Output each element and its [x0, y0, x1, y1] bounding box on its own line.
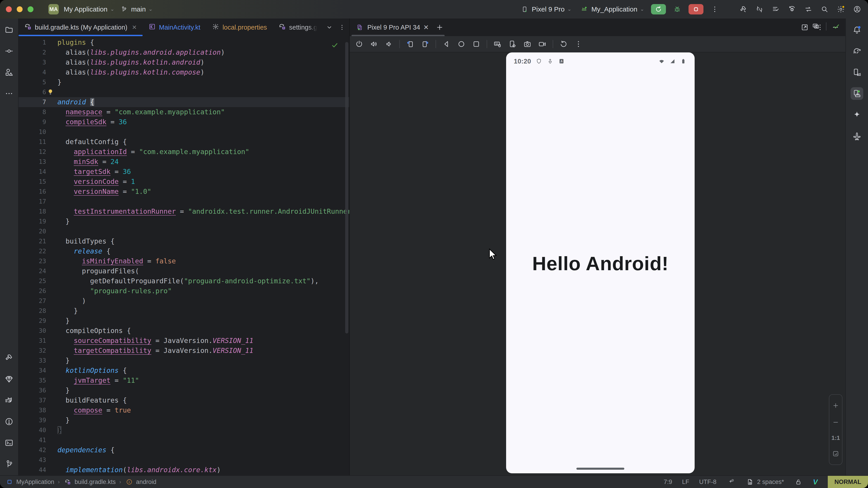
- version-branch-icon[interactable]: [3, 458, 16, 470]
- code-line-35[interactable]: 35 jvmTarget = "11": [19, 376, 349, 385]
- back-icon[interactable]: [442, 39, 451, 48]
- ui-check-icon[interactable]: [811, 22, 820, 31]
- vcs-branch-widget[interactable]: main ⌄: [119, 5, 153, 14]
- vim-mode-badge[interactable]: NORMAL: [828, 476, 868, 488]
- minimize-window-button[interactable]: [17, 6, 23, 12]
- more-horizontal-icon[interactable]: [3, 87, 16, 100]
- editor-scrollbar[interactable]: [345, 42, 348, 333]
- line-number[interactable]: 28: [19, 306, 46, 316]
- notifications-bell-icon[interactable]: [850, 24, 863, 36]
- code-line-29[interactable]: 29 }: [19, 316, 349, 326]
- editor-tab-settings.g[interactable]: Ksettings.g: [273, 19, 323, 36]
- line-number[interactable]: 15: [19, 177, 46, 187]
- signal-icon[interactable]: [668, 57, 677, 66]
- line-number[interactable]: 43: [19, 455, 46, 465]
- code-line-16[interactable]: 16 versionName = "1.0": [19, 187, 349, 197]
- breadcrumb-MyApplication[interactable]: MyApplication: [5, 477, 54, 486]
- line-number[interactable]: 18: [19, 206, 46, 217]
- line-separator-widget[interactable]: LF: [682, 479, 689, 486]
- running-devices-icon[interactable]: [850, 87, 863, 100]
- code-line-5[interactable]: 5}: [19, 77, 349, 87]
- line-number[interactable]: 23: [19, 256, 46, 266]
- editor-tab-MainActivity.kt[interactable]: MainActivity.kt: [143, 19, 206, 36]
- code-line-26[interactable]: 26 "proguard-rules.pro": [19, 286, 349, 296]
- line-number[interactable]: 40: [19, 425, 46, 435]
- code-line-14[interactable]: 14 targetSdk = 36: [19, 167, 349, 177]
- problems-icon[interactable]: [3, 415, 16, 428]
- home-icon[interactable]: [457, 39, 466, 48]
- code-line-40[interactable]: 40}: [19, 425, 349, 435]
- code-line-43[interactable]: 43: [19, 455, 349, 465]
- line-number[interactable]: 34: [19, 365, 46, 376]
- line-number[interactable]: 44: [19, 465, 46, 475]
- code-line-33[interactable]: 33 }: [19, 356, 349, 365]
- code-line-39[interactable]: 39 }: [19, 415, 349, 425]
- overview-icon[interactable]: [472, 39, 481, 48]
- code-line-12[interactable]: 12 applicationId = "com.example.myapplic…: [19, 147, 349, 157]
- virtual-controls-icon[interactable]: [493, 39, 502, 48]
- breadcrumb-android[interactable]: λandroid: [125, 477, 156, 486]
- code-editor[interactable]: 1plugins {2 alias(libs.plugins.android.a…: [19, 37, 349, 476]
- zoom-actual-size-button[interactable]: 1:1: [831, 434, 840, 442]
- device-settings-icon[interactable]: [508, 39, 517, 48]
- line-number[interactable]: 30: [19, 326, 46, 336]
- code-line-25[interactable]: 25 getDefaultProguardFile("proguard-andr…: [19, 276, 349, 286]
- volume-up-icon[interactable]: [370, 39, 379, 48]
- check-green-icon[interactable]: [832, 22, 841, 31]
- code-line-9[interactable]: 9 compileSdk = 36: [19, 117, 349, 127]
- gradle-elephant-icon[interactable]: [850, 45, 863, 57]
- line-number[interactable]: 25: [19, 276, 46, 286]
- logcat-cat-icon[interactable]: [3, 394, 16, 407]
- code-line-36[interactable]: 36 }: [19, 385, 349, 395]
- code-line-13[interactable]: 13 minSdk = 24: [19, 157, 349, 167]
- ai-assistant-off-icon[interactable]: [726, 477, 736, 486]
- gemini-gem-icon[interactable]: [3, 373, 16, 385]
- readonly-unlock-icon[interactable]: [794, 477, 803, 486]
- line-number[interactable]: 31: [19, 336, 46, 346]
- code-line-30[interactable]: 30 compileOptions {: [19, 326, 349, 336]
- zoom-fit-button[interactable]: [831, 449, 840, 458]
- inspections-ok-icon[interactable]: [330, 41, 339, 50]
- commit-icon[interactable]: [3, 45, 16, 57]
- battery-icon[interactable]: [679, 57, 688, 66]
- line-number[interactable]: 36: [19, 385, 46, 395]
- ideavim-icon[interactable]: V: [813, 478, 817, 486]
- send-plane-icon[interactable]: [850, 130, 863, 142]
- screenshot-icon[interactable]: [523, 39, 532, 48]
- line-number[interactable]: 24: [19, 266, 46, 276]
- device-selector[interactable]: Pixel 9 Pro ⌄: [520, 5, 572, 14]
- code-line-8[interactable]: 8 namespace = "com.example.myapplication…: [19, 107, 349, 117]
- build-icon[interactable]: [739, 5, 748, 14]
- code-line-19[interactable]: 19 }: [19, 217, 349, 226]
- line-number[interactable]: 9: [19, 117, 46, 127]
- reset-icon[interactable]: [559, 39, 568, 48]
- editor-tab-local.properties[interactable]: local.properties: [206, 19, 273, 36]
- code-line-44[interactable]: 44 implementation(libs.androidx.core.ktx…: [19, 465, 349, 475]
- breadcrumb-build.gradle.kts[interactable]: Kbuild.gradle.kts: [63, 477, 116, 486]
- a-box-icon[interactable]: A: [557, 57, 566, 66]
- close-window-button[interactable]: [6, 6, 12, 12]
- line-number[interactable]: 3: [19, 57, 46, 67]
- line-number[interactable]: 6: [19, 87, 46, 97]
- line-number[interactable]: 27: [19, 296, 46, 306]
- line-number[interactable]: 17: [19, 197, 46, 206]
- search-icon[interactable]: [820, 5, 829, 14]
- code-line-17[interactable]: 17: [19, 197, 349, 206]
- resource-shapes-icon[interactable]: [3, 66, 16, 78]
- code-line-1[interactable]: 1plugins {: [19, 37, 349, 47]
- line-number[interactable]: 26: [19, 286, 46, 296]
- close-device-tab-icon[interactable]: ✕: [423, 24, 429, 31]
- rerun-app-button[interactable]: [651, 4, 666, 14]
- line-number[interactable]: 35: [19, 376, 46, 385]
- line-number[interactable]: 39: [19, 415, 46, 425]
- line-number[interactable]: 2: [19, 47, 46, 57]
- terminal-icon[interactable]: [3, 436, 16, 449]
- code-line-10[interactable]: 10: [19, 127, 349, 137]
- code-line-27[interactable]: 27 ): [19, 296, 349, 306]
- run-more-options-button[interactable]: [710, 5, 719, 14]
- line-number[interactable]: 5: [19, 77, 46, 87]
- zoom-in-button[interactable]: [831, 401, 840, 410]
- running-devices-tab[interactable]: Pixel 9 Pro API 34 ✕: [350, 19, 433, 36]
- line-number[interactable]: 38: [19, 405, 46, 415]
- volume-down-icon[interactable]: [384, 39, 394, 48]
